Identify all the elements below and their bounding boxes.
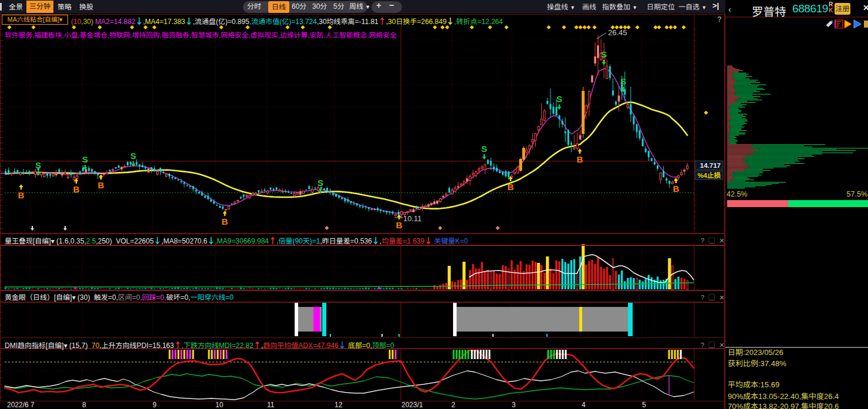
svg-text:11: 11: [267, 401, 275, 409]
svg-text:S: S: [35, 160, 41, 170]
svg-text:B: B: [577, 154, 583, 164]
svg-text:70%成本13.82-20.97,集中度20.6: 70%成本13.82-20.97,集中度20.6: [728, 402, 839, 409]
svg-text:14.717: 14.717: [700, 162, 721, 169]
svg-text:S: S: [82, 154, 88, 164]
svg-text:2023/1: 2023/1: [401, 401, 423, 409]
svg-text:B: B: [508, 182, 514, 192]
svg-text:B: B: [396, 220, 403, 230]
svg-text:3: 3: [512, 401, 516, 409]
svg-text:9: 9: [153, 401, 157, 409]
svg-text:12: 12: [335, 401, 343, 409]
svg-text:26.45: 26.45: [608, 28, 627, 37]
svg-text:平均成本:15.69: 平均成本:15.69: [728, 380, 779, 389]
svg-text:2022/6: 2022/6: [7, 401, 29, 409]
svg-text:获利比例:37.48%: 获利比例:37.48%: [728, 359, 786, 368]
svg-text:S: S: [481, 144, 487, 154]
svg-text:4: 4: [582, 401, 586, 409]
svg-text:S: S: [601, 49, 607, 59]
svg-text:S: S: [620, 76, 626, 86]
svg-text:S: S: [318, 178, 323, 188]
svg-text:10.11: 10.11: [403, 214, 422, 223]
svg-text:42.5%: 42.5%: [727, 190, 747, 198]
svg-text:S: S: [130, 151, 136, 161]
svg-text:B: B: [222, 217, 228, 227]
svg-text:B: B: [98, 180, 104, 190]
svg-text:B: B: [18, 190, 25, 200]
svg-text:5: 5: [642, 401, 646, 409]
svg-text:日期:2023/05/26: 日期:2023/05/26: [728, 348, 783, 357]
svg-text:90%成本13.05-22.40,集中度26.4: 90%成本13.05-22.40,集中度26.4: [728, 392, 839, 401]
svg-text:%4止损: %4止损: [697, 172, 721, 179]
svg-text:2: 2: [451, 401, 455, 409]
svg-text:B: B: [73, 184, 80, 194]
svg-text:S: S: [556, 94, 562, 104]
svg-text:B: B: [673, 184, 680, 194]
svg-text:57.5%: 57.5%: [847, 190, 867, 198]
svg-text:?: ?: [717, 15, 721, 23]
svg-text:7: 7: [31, 401, 35, 409]
svg-text:10: 10: [215, 401, 224, 409]
svg-text:8: 8: [82, 401, 86, 409]
